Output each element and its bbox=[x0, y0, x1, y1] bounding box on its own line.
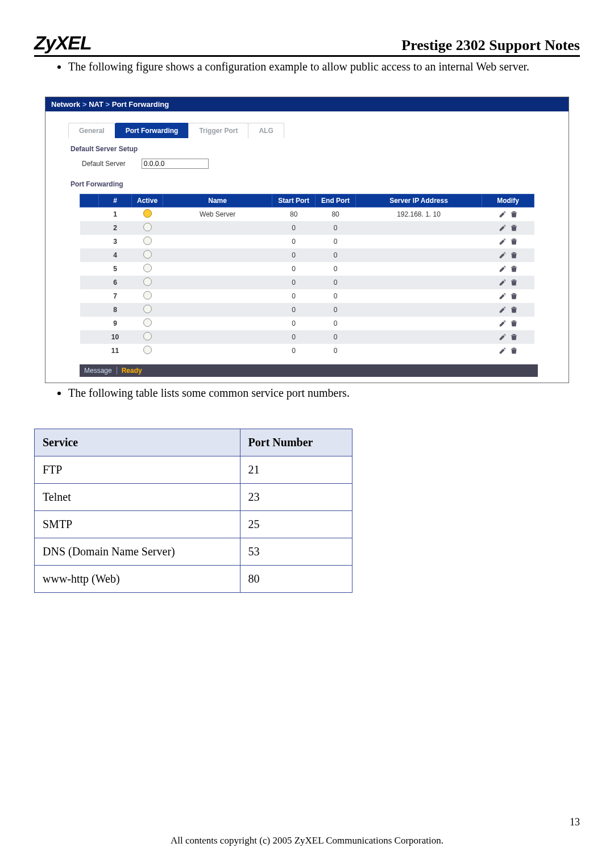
tab-trigger-port[interactable]: Trigger Port bbox=[188, 123, 248, 138]
edit-icon[interactable] bbox=[499, 279, 507, 286]
edit-icon[interactable] bbox=[499, 333, 507, 341]
delete-icon[interactable] bbox=[510, 319, 518, 327]
delete-icon[interactable] bbox=[510, 292, 518, 300]
row-active[interactable] bbox=[132, 317, 163, 330]
tab-alg[interactable]: ALG bbox=[248, 123, 284, 138]
edit-icon[interactable] bbox=[499, 224, 507, 232]
page-title: Prestige 2302 Support Notes bbox=[401, 37, 580, 54]
delete-icon[interactable] bbox=[510, 224, 518, 232]
tab-port-forwarding[interactable]: Port Forwarding bbox=[115, 123, 189, 138]
row-active[interactable] bbox=[132, 248, 163, 262]
row-start-port: 0 bbox=[272, 330, 316, 344]
row-index: 5 bbox=[99, 262, 132, 276]
intro-list: The following figure shows a configurati… bbox=[34, 57, 580, 76]
delete-icon[interactable] bbox=[510, 238, 518, 246]
edit-icon[interactable] bbox=[499, 319, 507, 327]
svg-rect-6 bbox=[512, 252, 515, 254]
svc-port: 23 bbox=[240, 484, 352, 511]
row-active[interactable] bbox=[132, 303, 163, 317]
lightbulb-icon[interactable] bbox=[143, 332, 152, 340]
lightbulb-icon[interactable] bbox=[143, 318, 152, 327]
lightbulb-icon[interactable] bbox=[143, 209, 152, 218]
row-active[interactable] bbox=[132, 207, 163, 222]
delete-icon[interactable] bbox=[510, 210, 518, 218]
row-name bbox=[163, 276, 272, 289]
chevron-right-icon: > bbox=[106, 100, 112, 109]
row-end-port: 0 bbox=[316, 289, 356, 303]
svg-rect-19 bbox=[511, 335, 517, 336]
row-start-port: 0 bbox=[272, 221, 316, 235]
lightbulb-icon[interactable] bbox=[143, 277, 152, 286]
edit-icon[interactable] bbox=[499, 265, 507, 273]
page-number: 13 bbox=[570, 816, 580, 828]
section-default-server: Default Server Setup bbox=[70, 145, 563, 153]
delete-icon[interactable] bbox=[510, 333, 518, 341]
svg-rect-4 bbox=[512, 239, 515, 240]
default-server-input[interactable] bbox=[142, 159, 209, 169]
edit-icon[interactable] bbox=[499, 251, 507, 259]
row-modify bbox=[482, 303, 534, 317]
lightbulb-icon[interactable] bbox=[143, 264, 152, 272]
page-header: ZyXEL Prestige 2302 Support Notes bbox=[34, 32, 580, 57]
lightbulb-icon[interactable] bbox=[143, 305, 152, 313]
row-index: 3 bbox=[99, 235, 132, 248]
row-server-ip bbox=[356, 262, 482, 276]
svc-name: www-http (Web) bbox=[35, 566, 240, 593]
intro-list-2: The following table lists some common se… bbox=[34, 383, 580, 402]
svg-rect-13 bbox=[511, 294, 517, 295]
tab-bar: GeneralPort ForwardingTrigger PortALG bbox=[68, 123, 563, 138]
svg-rect-12 bbox=[512, 293, 515, 294]
row-active[interactable] bbox=[132, 262, 163, 276]
edit-icon[interactable] bbox=[499, 210, 507, 218]
table-row: 700 bbox=[80, 289, 534, 303]
page-copyright: All contents copyright (c) 2005 ZyXEL Co… bbox=[0, 835, 614, 846]
lightbulb-icon[interactable] bbox=[143, 223, 152, 231]
row-stub bbox=[80, 221, 99, 235]
default-server-label: Default Server bbox=[82, 160, 126, 168]
row-stub bbox=[80, 262, 99, 276]
col-start: Start Port bbox=[272, 194, 316, 207]
row-modify bbox=[482, 248, 534, 262]
row-active[interactable] bbox=[132, 344, 163, 358]
svc-name: SMTP bbox=[35, 511, 240, 538]
edit-icon[interactable] bbox=[499, 238, 507, 246]
row-index: 8 bbox=[99, 303, 132, 317]
delete-icon[interactable] bbox=[510, 279, 518, 286]
row-active[interactable] bbox=[132, 221, 163, 235]
row-active[interactable] bbox=[132, 235, 163, 248]
delete-icon[interactable] bbox=[510, 265, 518, 273]
row-active[interactable] bbox=[132, 330, 163, 344]
edit-icon[interactable] bbox=[499, 306, 507, 314]
tab-general[interactable]: General bbox=[68, 123, 115, 138]
row-modify bbox=[482, 289, 534, 303]
row-stub bbox=[80, 303, 99, 317]
row-active[interactable] bbox=[132, 289, 163, 303]
lightbulb-icon[interactable] bbox=[143, 250, 152, 259]
lightbulb-icon[interactable] bbox=[143, 346, 152, 354]
col-num: # bbox=[99, 194, 132, 207]
table-row: 400 bbox=[80, 248, 534, 262]
row-name bbox=[163, 235, 272, 248]
svg-rect-5 bbox=[511, 240, 517, 240]
delete-icon[interactable] bbox=[510, 306, 518, 314]
svg-rect-11 bbox=[511, 281, 517, 281]
edit-icon[interactable] bbox=[499, 292, 507, 300]
lightbulb-icon[interactable] bbox=[143, 236, 152, 245]
col-name: Name bbox=[163, 194, 272, 207]
delete-icon[interactable] bbox=[510, 251, 518, 259]
delete-icon[interactable] bbox=[510, 347, 518, 355]
row-modify bbox=[482, 317, 534, 330]
row-index: 7 bbox=[99, 289, 132, 303]
row-start-port: 0 bbox=[272, 303, 316, 317]
edit-icon[interactable] bbox=[499, 347, 507, 355]
row-name bbox=[163, 330, 272, 344]
row-index: 4 bbox=[99, 248, 132, 262]
service-port-table: Service Port Number FTP21Telnet23SMTP25D… bbox=[34, 429, 352, 593]
col-modify: Modify bbox=[482, 194, 534, 207]
row-server-ip bbox=[356, 317, 482, 330]
router-ui-figure: Network > NAT > Port Forwarding GeneralP… bbox=[45, 97, 569, 383]
lightbulb-icon[interactable] bbox=[143, 291, 152, 300]
message-value: Ready bbox=[122, 367, 142, 375]
table-row: 500 bbox=[80, 262, 534, 276]
row-active[interactable] bbox=[132, 276, 163, 289]
